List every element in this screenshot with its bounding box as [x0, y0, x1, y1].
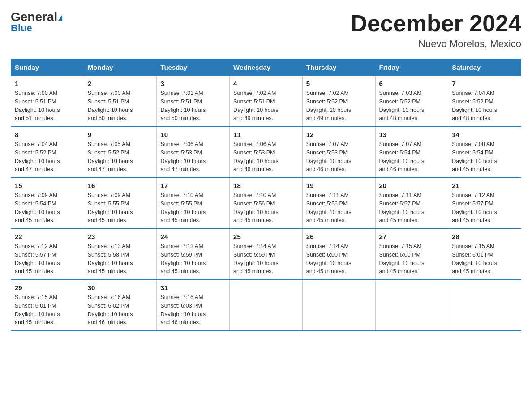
- calendar-cell: [302, 280, 375, 331]
- calendar-cell: 25Sunrise: 7:14 AMSunset: 5:59 PMDayligh…: [230, 229, 303, 280]
- calendar-cell: 4Sunrise: 7:02 AMSunset: 5:51 PMDaylight…: [230, 76, 303, 127]
- calendar-cell: 30Sunrise: 7:16 AMSunset: 6:02 PMDayligh…: [84, 280, 157, 331]
- day-info: Sunrise: 7:15 AMSunset: 6:01 PMDaylight:…: [15, 293, 80, 327]
- day-number: 15: [15, 182, 80, 189]
- calendar-cell: 23Sunrise: 7:13 AMSunset: 5:58 PMDayligh…: [84, 229, 157, 280]
- day-info: Sunrise: 7:10 AMSunset: 5:55 PMDaylight:…: [160, 191, 226, 225]
- calendar-cell: 19Sunrise: 7:11 AMSunset: 5:56 PMDayligh…: [302, 178, 375, 229]
- day-info: Sunrise: 7:15 AMSunset: 6:00 PMDaylight:…: [379, 242, 445, 276]
- day-number: 19: [306, 182, 372, 189]
- calendar-cell: 7Sunrise: 7:04 AMSunset: 5:52 PMDaylight…: [448, 76, 521, 127]
- calendar-cell: [230, 280, 303, 331]
- day-info: Sunrise: 7:02 AMSunset: 5:52 PMDaylight:…: [306, 89, 372, 123]
- day-info: Sunrise: 7:13 AMSunset: 5:58 PMDaylight:…: [88, 242, 153, 276]
- day-number: 8: [15, 131, 80, 138]
- calendar-cell: [375, 280, 448, 331]
- day-number: 1: [15, 80, 80, 87]
- day-info: Sunrise: 7:15 AMSunset: 6:01 PMDaylight:…: [452, 242, 517, 276]
- day-info: Sunrise: 7:16 AMSunset: 6:03 PMDaylight:…: [160, 293, 226, 327]
- day-number: 31: [160, 284, 226, 291]
- day-info: Sunrise: 7:07 AMSunset: 5:54 PMDaylight:…: [379, 140, 445, 174]
- logo: General Blue: [11, 11, 62, 34]
- header-saturday: Saturday: [448, 59, 521, 76]
- day-info: Sunrise: 7:14 AMSunset: 6:00 PMDaylight:…: [306, 242, 372, 276]
- day-info: Sunrise: 7:08 AMSunset: 5:54 PMDaylight:…: [452, 140, 517, 174]
- day-number: 26: [306, 233, 372, 240]
- calendar-cell: 26Sunrise: 7:14 AMSunset: 6:00 PMDayligh…: [302, 229, 375, 280]
- header-thursday: Thursday: [302, 59, 375, 76]
- day-info: Sunrise: 7:02 AMSunset: 5:51 PMDaylight:…: [233, 89, 299, 123]
- day-info: Sunrise: 7:03 AMSunset: 5:52 PMDaylight:…: [379, 89, 445, 123]
- day-number: 28: [452, 233, 517, 240]
- week-row-5: 29Sunrise: 7:15 AMSunset: 6:01 PMDayligh…: [11, 280, 521, 331]
- day-info: Sunrise: 7:09 AMSunset: 5:55 PMDaylight:…: [88, 191, 153, 225]
- day-number: 3: [160, 80, 226, 87]
- header-wednesday: Wednesday: [230, 59, 303, 76]
- day-number: 24: [160, 233, 226, 240]
- day-number: 4: [233, 80, 299, 87]
- calendar-cell: 3Sunrise: 7:01 AMSunset: 5:51 PMDaylight…: [157, 76, 230, 127]
- day-number: 23: [88, 233, 153, 240]
- calendar-cell: 11Sunrise: 7:06 AMSunset: 5:53 PMDayligh…: [230, 127, 303, 178]
- calendar-cell: 31Sunrise: 7:16 AMSunset: 6:03 PMDayligh…: [157, 280, 230, 331]
- calendar-table: Sunday Monday Tuesday Wednesday Thursday…: [11, 59, 521, 331]
- day-info: Sunrise: 7:05 AMSunset: 5:52 PMDaylight:…: [88, 140, 153, 174]
- day-number: 14: [452, 131, 517, 138]
- day-number: 29: [15, 284, 80, 291]
- calendar-cell: 16Sunrise: 7:09 AMSunset: 5:55 PMDayligh…: [84, 178, 157, 229]
- day-info: Sunrise: 7:06 AMSunset: 5:53 PMDaylight:…: [233, 140, 299, 174]
- day-info: Sunrise: 7:01 AMSunset: 5:51 PMDaylight:…: [160, 89, 226, 123]
- day-info: Sunrise: 7:13 AMSunset: 5:59 PMDaylight:…: [160, 242, 226, 276]
- calendar-cell: 13Sunrise: 7:07 AMSunset: 5:54 PMDayligh…: [375, 127, 448, 178]
- day-number: 25: [233, 233, 299, 240]
- day-number: 6: [379, 80, 445, 87]
- day-number: 17: [160, 182, 226, 189]
- day-info: Sunrise: 7:04 AMSunset: 5:52 PMDaylight:…: [452, 89, 517, 123]
- calendar-cell: 20Sunrise: 7:11 AMSunset: 5:57 PMDayligh…: [375, 178, 448, 229]
- day-info: Sunrise: 7:04 AMSunset: 5:52 PMDaylight:…: [15, 140, 80, 174]
- header-monday: Monday: [84, 59, 157, 76]
- day-number: 21: [452, 182, 517, 189]
- day-info: Sunrise: 7:11 AMSunset: 5:57 PMDaylight:…: [379, 191, 445, 225]
- calendar-cell: 24Sunrise: 7:13 AMSunset: 5:59 PMDayligh…: [157, 229, 230, 280]
- day-number: 20: [379, 182, 445, 189]
- day-number: 12: [306, 131, 372, 138]
- day-info: Sunrise: 7:16 AMSunset: 6:02 PMDaylight:…: [88, 293, 153, 327]
- day-number: 2: [88, 80, 153, 87]
- calendar-cell: 18Sunrise: 7:10 AMSunset: 5:56 PMDayligh…: [230, 178, 303, 229]
- week-row-1: 1Sunrise: 7:00 AMSunset: 5:51 PMDaylight…: [11, 76, 521, 127]
- header-sunday: Sunday: [11, 59, 84, 76]
- calendar-subtitle: Nuevo Morelos, Mexico: [350, 38, 521, 50]
- day-info: Sunrise: 7:07 AMSunset: 5:53 PMDaylight:…: [306, 140, 372, 174]
- day-info: Sunrise: 7:09 AMSunset: 5:54 PMDaylight:…: [15, 191, 80, 225]
- day-info: Sunrise: 7:12 AMSunset: 5:57 PMDaylight:…: [452, 191, 517, 225]
- calendar-cell: 28Sunrise: 7:15 AMSunset: 6:01 PMDayligh…: [448, 229, 521, 280]
- calendar-cell: 14Sunrise: 7:08 AMSunset: 5:54 PMDayligh…: [448, 127, 521, 178]
- header-tuesday: Tuesday: [157, 59, 230, 76]
- page-header: General Blue December 2024 Nuevo Morelos…: [11, 11, 521, 50]
- calendar-cell: 15Sunrise: 7:09 AMSunset: 5:54 PMDayligh…: [11, 178, 84, 229]
- day-info: Sunrise: 7:00 AMSunset: 5:51 PMDaylight:…: [15, 89, 80, 123]
- week-row-4: 22Sunrise: 7:12 AMSunset: 5:57 PMDayligh…: [11, 229, 521, 280]
- calendar-cell: 2Sunrise: 7:00 AMSunset: 5:51 PMDaylight…: [84, 76, 157, 127]
- calendar-header-row: Sunday Monday Tuesday Wednesday Thursday…: [11, 59, 521, 76]
- calendar-cell: 22Sunrise: 7:12 AMSunset: 5:57 PMDayligh…: [11, 229, 84, 280]
- day-info: Sunrise: 7:10 AMSunset: 5:56 PMDaylight:…: [233, 191, 299, 225]
- logo-blue: Blue: [11, 22, 32, 34]
- calendar-cell: 27Sunrise: 7:15 AMSunset: 6:00 PMDayligh…: [375, 229, 448, 280]
- day-number: 27: [379, 233, 445, 240]
- day-number: 9: [88, 131, 153, 138]
- week-row-3: 15Sunrise: 7:09 AMSunset: 5:54 PMDayligh…: [11, 178, 521, 229]
- calendar-title: December 2024: [350, 11, 521, 36]
- day-info: Sunrise: 7:00 AMSunset: 5:51 PMDaylight:…: [88, 89, 153, 123]
- day-info: Sunrise: 7:14 AMSunset: 5:59 PMDaylight:…: [233, 242, 299, 276]
- header-friday: Friday: [375, 59, 448, 76]
- calendar-cell: 10Sunrise: 7:06 AMSunset: 5:53 PMDayligh…: [157, 127, 230, 178]
- calendar-cell: 29Sunrise: 7:15 AMSunset: 6:01 PMDayligh…: [11, 280, 84, 331]
- day-number: 30: [88, 284, 153, 291]
- day-number: 18: [233, 182, 299, 189]
- day-number: 11: [233, 131, 299, 138]
- day-number: 5: [306, 80, 372, 87]
- calendar-cell: 6Sunrise: 7:03 AMSunset: 5:52 PMDaylight…: [375, 76, 448, 127]
- calendar-cell: [448, 280, 521, 331]
